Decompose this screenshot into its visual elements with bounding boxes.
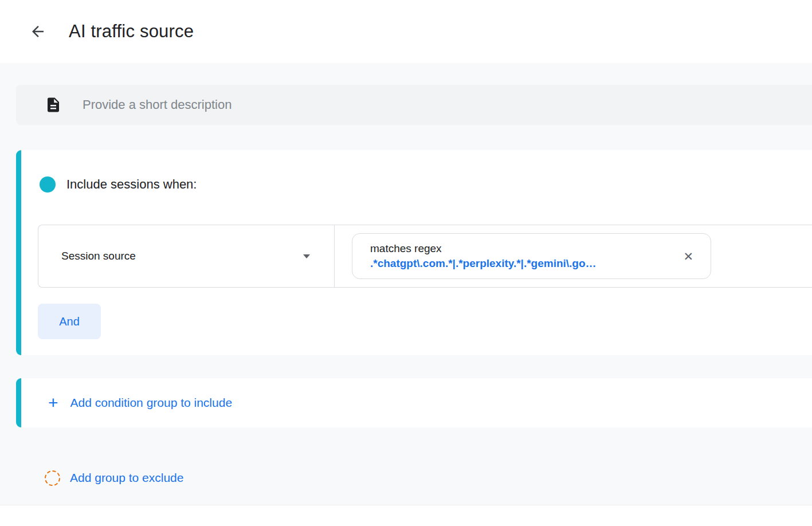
operator-label: matches regex: [370, 241, 677, 256]
include-accent-bar: [16, 150, 21, 355]
close-icon[interactable]: ✕: [677, 247, 699, 266]
include-indicator-icon: [40, 176, 56, 193]
description-field[interactable]: [16, 85, 812, 125]
document-icon: [45, 96, 62, 113]
filter-text: matches regex .*chatgpt\.com.*|.*perplex…: [370, 241, 677, 270]
chevron-down-icon: [303, 254, 310, 258]
condition-row: Session source matches regex .*chatgpt\.…: [38, 225, 812, 288]
add-card-accent-bar: [16, 378, 21, 427]
bottom-bar: [0, 505, 812, 526]
include-title: Include sessions when:: [66, 177, 197, 192]
add-exclude-group-label: Add group to exclude: [70, 471, 183, 485]
back-button[interactable]: [25, 19, 50, 44]
add-exclude-group-button[interactable]: Add group to exclude: [45, 466, 183, 489]
description-input[interactable]: [83, 97, 812, 112]
include-group-header: Include sessions when:: [40, 176, 197, 193]
add-condition-group-row: + Add condition group to include: [16, 378, 812, 427]
dimension-select[interactable]: Session source: [38, 225, 335, 287]
regex-value: .*chatgpt\.com.*|.*perplexity.*|.*gemini…: [370, 256, 677, 271]
add-condition-group-card[interactable]: + Add condition group to include: [16, 378, 812, 427]
header: AI traffic source: [0, 0, 812, 63]
and-button[interactable]: And: [38, 304, 101, 339]
dimension-label: Session source: [61, 250, 136, 262]
dashed-circle-icon: [45, 470, 60, 486]
segment-builder-page: AI traffic source Include sessions when:…: [0, 0, 812, 526]
filter-value-chip[interactable]: matches regex .*chatgpt\.com.*|.*perplex…: [352, 233, 711, 279]
plus-icon: +: [48, 394, 58, 411]
add-condition-group-label: Add condition group to include: [70, 396, 233, 410]
page-title: AI traffic source: [69, 21, 194, 42]
include-group-card: Include sessions when: Session source ma…: [16, 150, 812, 355]
arrow-left-icon: [29, 23, 46, 40]
